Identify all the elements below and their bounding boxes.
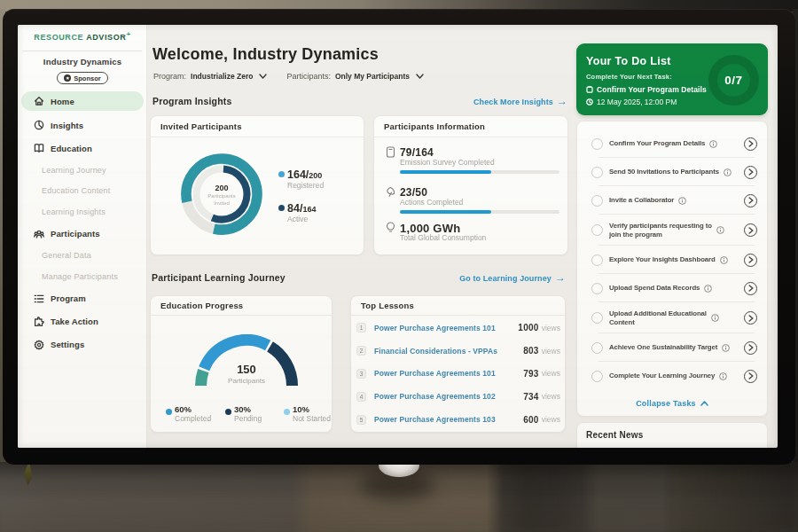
sidebar-item-participants[interactable]: Participants [21,223,144,246]
task-label: Complete Your Learning Journey [609,372,715,380]
sidebar-item-settings[interactable]: Settings [21,333,144,356]
task-checkbox[interactable] [591,138,603,150]
info-icon[interactable] [720,256,728,264]
task-row-verify-participants-requesting-to-join-the-program[interactable]: Verify participants requesting to join t… [577,215,767,246]
task-row-upload-spend-data-records[interactable]: Upload Spend Data Records [577,274,767,302]
participants-information-title: Participants Information [374,116,567,137]
todo-due: 12 May 2025, 12:00 PM [586,98,677,106]
lesson-title-link[interactable]: Power Purchase Agreements 101 [374,324,496,332]
legend-dot [278,171,285,177]
collapse-tasks-label: Collapse Tasks [636,399,696,408]
task-row-achieve-one-sustainability-target[interactable]: Achieve One Sustainability Target [577,333,767,362]
task-checkbox[interactable] [591,312,603,324]
sidebar-item-take-action[interactable]: Take Action [21,310,144,333]
legend-dot [166,409,172,415]
screen-content: RESOURCE ADVISOR + Industry Dynamics ★ S… [18,25,778,448]
go-to-learning-journey-link[interactable]: Go to Learning Journey → [426,273,566,284]
scene: RESOURCE ADVISOR + Industry Dynamics ★ S… [0,0,798,532]
sidebar-item-learning-journey[interactable]: Learning Journey [21,160,144,181]
info-icon[interactable] [722,344,730,352]
chevron-right-icon[interactable] [744,137,757,151]
legend-value-major: 84/ [287,202,302,215]
info-icon[interactable] [678,197,686,205]
task-row-complete-your-learning-journey[interactable]: Complete Your Learning Journey [577,362,767,390]
chevron-right-icon[interactable] [744,194,757,207]
todo-hero-card: Your To Do List Complete Your Next Task:… [576,43,768,115]
sidebar-item-education[interactable]: Education [21,137,144,160]
info-icon[interactable] [724,168,732,176]
task-checkbox[interactable] [591,283,603,294]
task-label: Send 50 Invitations to Participants [609,168,719,176]
sidebar-item-label: Learning Insights [42,207,106,216]
info-icon[interactable] [719,372,727,380]
task-checkbox[interactable] [591,371,603,382]
donut-center-label1: Participants [207,193,235,199]
sidebar-item-home[interactable]: Home [21,91,144,111]
program-filter-value[interactable]: Industrialize Zero [191,72,253,81]
chevron-right-icon[interactable] [744,223,757,237]
check-more-insights-link[interactable]: Check More Insights → [443,97,567,107]
survey-icon [386,146,395,158]
sidebar-item-learning-insights[interactable]: Learning Insights [21,201,144,223]
arrow-right-icon: → [557,95,567,107]
sidebar-item-insights[interactable]: Insights [21,113,144,137]
brand-divider [22,51,142,51]
legend-dot [284,409,290,415]
task-row-explore-your-insights-dashboard[interactable]: Explore Your Insights Dashboard [577,246,767,274]
lesson-rank-badge: 4 [356,392,366,402]
chevron-right-icon[interactable] [744,370,757,383]
chevron-right-icon[interactable] [744,282,757,295]
chevron-right-icon[interactable] [744,166,757,179]
lesson-title-link[interactable]: Power Purchase Agreements 102 [374,392,496,401]
program-filter-label: Program: [153,72,186,81]
info-icon[interactable] [711,314,719,322]
lesson-views-label: views [542,392,560,401]
task-row-send-50-invitations-to-participants[interactable]: Send 50 Invitations to Participants [577,158,767,186]
sidebar-item-general-data[interactable]: General Data [21,246,144,267]
collapse-tasks-link[interactable]: Collapse Tasks [577,399,767,408]
task-checkbox[interactable] [591,195,603,207]
lesson-title-link[interactable]: Power Purchase Agreements 103 [374,415,496,424]
task-checkbox[interactable] [591,342,603,354]
sidebar-item-label: Home [51,97,74,106]
screen: RESOURCE ADVISOR + Industry Dynamics ★ S… [18,25,778,448]
todo-next-task: Confirm Your Program Details [586,85,707,94]
chevron-down-icon[interactable] [259,74,267,79]
recent-news-card: Recent News [576,422,768,448]
participants-filter-value[interactable]: Only My Participants [335,72,410,81]
chevron-right-icon[interactable] [744,311,757,325]
sidebar-item-program[interactable]: Program [21,287,144,310]
settings-icon [34,340,44,350]
task-checkbox[interactable] [591,167,603,178]
clock-icon [586,98,593,106]
legend-value-minor: 200 [309,171,322,180]
chevron-up-icon [700,401,708,406]
lesson-views-count: 793 [523,369,539,379]
lesson-title-link[interactable]: Power Purchase Agreements 101 [374,369,496,378]
lesson-title-link[interactable]: Financial Considerations - VPPAs [374,347,497,356]
task-checkbox[interactable] [591,254,603,266]
stat-value: 23/50 [400,186,427,199]
chevron-right-icon[interactable] [744,254,757,267]
invited-participants-card: Invited Participants 200 Participants In… [150,115,364,255]
chevron-right-icon[interactable] [744,341,757,355]
legend-value-major: 164/ [287,168,309,181]
task-checkbox[interactable] [591,224,603,236]
lesson-views-label: views [542,369,560,378]
task-row-invite-a-collaborator[interactable]: Invite a Collaborator [577,186,767,215]
clipboard-icon [586,86,593,93]
task-row-upload-additional-educational-content[interactable]: Upload Additional Educational Content [577,302,767,333]
sidebar-item-label: Program [51,293,86,303]
info-icon[interactable] [704,285,712,293]
sidebar-item-education-content[interactable]: Education Content [21,181,144,202]
task-label: Invite a Collaborator [609,196,674,205]
task-row-confirm-your-program-details[interactable]: Confirm Your Program Details [577,129,767,158]
sidebar-item-label: Take Action [51,317,98,326]
lesson-row: 5Power Purchase Agreements 103600views [351,408,565,431]
leaf-icon [386,186,395,198]
chevron-down-icon[interactable] [416,74,424,79]
info-icon[interactable] [709,140,717,148]
legend-label: Active [287,215,308,223]
sidebar-item-manage-participants[interactable]: Manage Participants [21,266,144,287]
info-icon[interactable] [716,226,724,234]
